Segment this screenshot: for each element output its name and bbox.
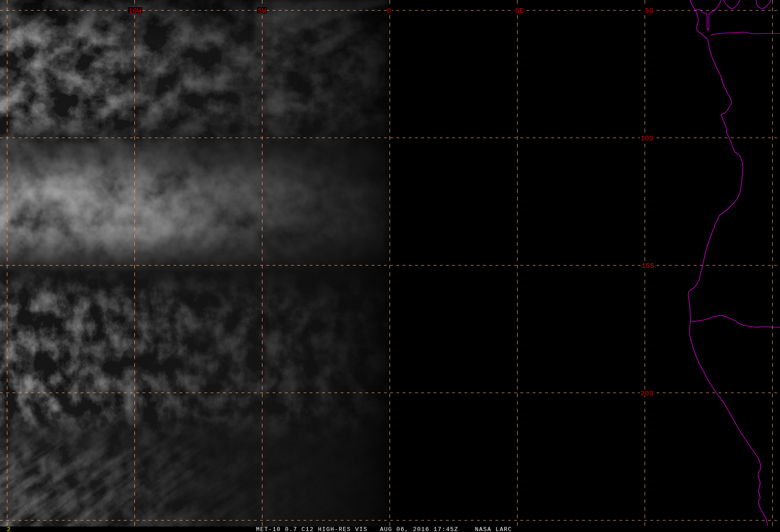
svg-text:5S: 5S bbox=[645, 7, 654, 15]
svg-text:10S: 10S bbox=[641, 134, 653, 143]
svg-text:NASA LARC: NASA LARC bbox=[475, 526, 512, 532]
svg-text:MET-10 0.7 C12 HIGH-RES VIS: MET-10 0.7 C12 HIGH-RES VIS bbox=[256, 526, 368, 532]
svg-text:15S: 15S bbox=[641, 262, 654, 270]
svg-text:2: 2 bbox=[7, 526, 11, 532]
svg-text:5E: 5E bbox=[515, 7, 524, 15]
svg-text:AUG 06, 2016 17:45Z: AUG 06, 2016 17:45Z bbox=[380, 526, 458, 532]
svg-text:0: 0 bbox=[387, 7, 391, 15]
svg-text:20S: 20S bbox=[641, 389, 653, 398]
svg-text:5W: 5W bbox=[258, 7, 267, 15]
svg-text:10W: 10W bbox=[128, 7, 142, 15]
